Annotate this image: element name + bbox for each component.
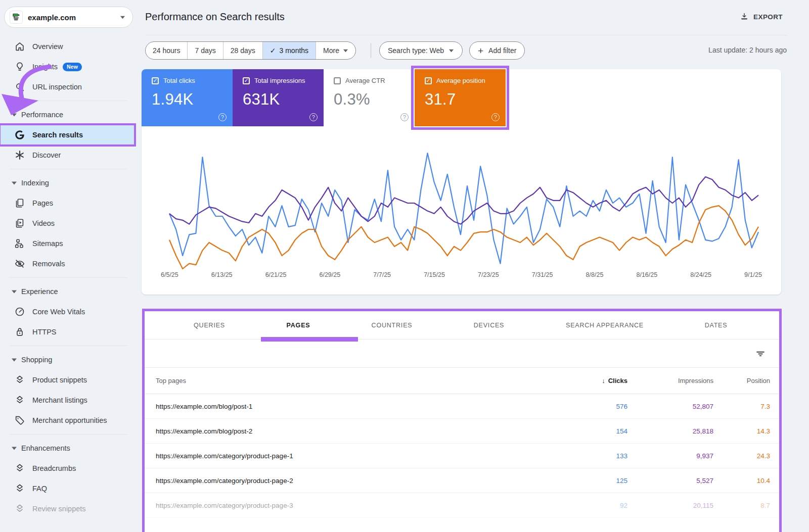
metric-value: 31.7 [425,90,506,109]
more-label: More [323,46,339,55]
range-24-hours[interactable]: 24 hours [146,42,188,59]
sidebar-section-indexing[interactable]: Indexing [0,173,134,193]
sidebar-item-faq[interactable]: FAQ [0,478,134,499]
page-url[interactable]: https://example.com/blog/post-2 [156,427,552,435]
rich-result-icon [14,395,25,406]
date-range-control: 24 hours7 days28 days✓3 monthsMore [145,41,356,60]
table-row[interactable]: https://example.com/category/product-pag… [145,468,779,493]
help-icon[interactable]: ? [218,113,227,121]
help-icon[interactable]: ? [491,113,500,121]
sidebar-section-shopping[interactable]: Shopping [0,350,134,370]
export-button[interactable]: EXPORT [740,12,783,21]
table-row[interactable]: https://example.com/category/product-pag… [145,493,779,518]
sidebar-item-label: Search results [32,131,83,139]
metric-card-average-ctr[interactable]: Average CTR0.3%? [324,69,415,126]
sidebar-item-https[interactable]: HTTPS [0,322,134,342]
sidebar-item-merchant-listings[interactable]: Merchant listings [0,390,134,410]
page-url[interactable]: https://example.com/category/product-pag… [156,452,552,460]
range-7-days[interactable]: 7 days [188,42,223,59]
sidebar-item-label: Review snippets [32,505,86,513]
metric-value: 631K [243,90,324,109]
page-url[interactable]: https://example.com/category/product-pag… [156,477,552,485]
metric-value: 1.94K [152,90,233,109]
page-url[interactable]: https://example.com/category/product-pag… [156,502,552,509]
table-tabs: QUERIESPAGESCOUNTRIESDEVICESSEARCH APPEA… [145,311,779,340]
chart-x-axis-labels: 6/5/256/13/256/21/256/29/257/7/257/15/25… [161,271,762,278]
position-value: 14.3 [713,427,770,435]
metric-card-total-impressions[interactable]: ✓Total impressions631K? [233,69,324,126]
range-label: 28 days [231,46,255,55]
tab-search-appearance[interactable]: SEARCH APPEARANCE [566,311,644,340]
x-axis-tick-label: 7/7/25 [373,271,391,278]
help-icon[interactable]: ? [400,113,409,121]
sidebar-item-label: Core Web Vitals [32,308,85,316]
column-impressions[interactable]: Impressions [627,377,713,384]
sidebar-item-insights[interactable]: InsightsNew [0,57,134,77]
sidebar-item-videos[interactable]: Videos [0,213,134,233]
tab-dates[interactable]: DATES [705,311,728,340]
add-filter-button[interactable]: + Add filter [469,41,525,60]
sidebar-item-core-web-vitals[interactable]: Core Web Vitals [0,302,134,322]
page-url[interactable]: https://example.com/blog/post-1 [156,403,552,410]
eye-off-icon [14,258,25,269]
tab-countries[interactable]: COUNTRIES [372,311,413,340]
filter-icon[interactable] [755,348,766,359]
sidebar-section-enhancements[interactable]: Enhancements [0,438,134,458]
download-icon [740,12,749,21]
sidebar-item-overview[interactable]: Overview [0,36,134,57]
sidebar-item-label: Videos [32,219,55,227]
sidebar-item-pages[interactable]: Pages [0,193,134,213]
sidebar-item-review-snippets[interactable]: Review snippets [0,499,134,519]
sidebar-section-label: Experience [21,287,58,296]
performance-line-chart [142,126,781,283]
metric-toggle[interactable]: ✓Total impressions [243,77,324,84]
tab-devices[interactable]: DEVICES [474,311,504,340]
checkbox-unchecked-icon[interactable] [334,77,341,84]
range-3-months[interactable]: ✓3 months [263,42,316,59]
checkbox-checked-icon[interactable]: ✓ [243,77,250,84]
clicks-value: 92 [552,502,627,509]
table-body: https://example.com/blog/post-157652,807… [145,394,779,518]
sidebar-item-merchant-opportunities[interactable]: Merchant opportunities [0,410,134,430]
property-selector[interactable]: example.com [4,7,133,28]
search-type-filter[interactable]: Search type: Web [379,41,463,60]
checkbox-checked-icon[interactable]: ✓ [425,77,432,84]
table-row[interactable]: https://example.com/blog/post-157652,807… [145,394,779,419]
help-icon[interactable]: ? [309,113,318,121]
sidebar-item-label: FAQ [32,485,47,493]
pages-icon [14,198,25,209]
metric-card-average-position[interactable]: ✓Average position31.7? [415,69,506,126]
sidebar-item-product-snippets[interactable]: Product snippets [0,370,134,390]
tab-queries[interactable]: QUERIES [194,311,225,340]
toolbar: 24 hours7 days28 days✓3 monthsMore Searc… [145,41,787,60]
sidebar-item-label: HTTPS [32,328,57,336]
sidebar-section-performance[interactable]: Performance [0,105,134,125]
clicks-value: 125 [552,477,627,485]
sidebar-item-removals[interactable]: Removals [0,254,134,274]
table-row[interactable]: https://example.com/blog/post-215425,818… [145,419,779,444]
sidebar-item-url-inspection[interactable]: URL inspection [0,77,134,97]
sidebar-section-experience[interactable]: Experience [0,281,134,302]
range-28-days[interactable]: 28 days [223,42,263,59]
sidebar-item-search-results[interactable]: Search results [0,125,134,145]
tab-pages[interactable]: PAGES [287,311,310,340]
column-position[interactable]: Position [713,377,770,384]
x-axis-tick-label: 6/13/25 [211,271,233,278]
metric-toggle[interactable]: ✓Total clicks [152,77,233,84]
sidebar-item-breadcrumbs[interactable]: Breadcrumbs [0,458,134,478]
sidebar-section-label: Performance [21,111,63,119]
range-more-dropdown[interactable]: More [316,42,355,59]
sidebar-item-discover[interactable]: Discover [0,145,134,165]
sitemap-icon [14,238,25,249]
metric-toggle[interactable]: ✓Average position [425,77,506,84]
column-clicks[interactable]: ↓Clicks [552,377,627,384]
checkbox-checked-icon[interactable]: ✓ [152,77,159,84]
table-row[interactable]: https://example.com/category/product-pag… [145,444,779,468]
metric-toggle[interactable]: Average CTR [334,77,415,84]
metric-card-total-clicks[interactable]: ✓Total clicks1.94K? [142,69,233,126]
sidebar-item-label: Merchant listings [32,396,87,404]
impressions-value: 20,115 [627,502,713,509]
column-top-pages[interactable]: Top pages [156,377,552,384]
sidebar-item-sitemaps[interactable]: Sitemaps [0,233,134,254]
impressions-value: 52,807 [627,403,713,410]
